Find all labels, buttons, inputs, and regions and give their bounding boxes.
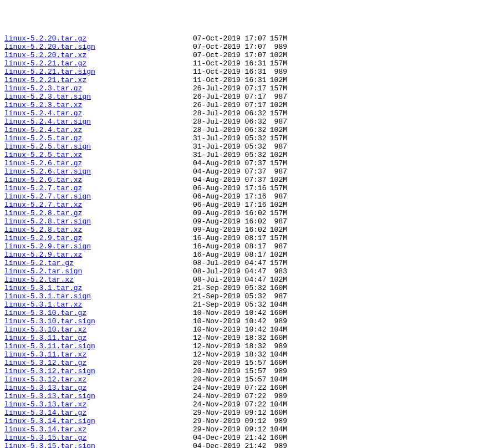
file-link[interactable]: linux-5.3.10.tar.xz xyxy=(4,325,86,334)
file-size: 160M xyxy=(259,359,287,367)
file-link[interactable]: linux-5.2.8.tar.sign xyxy=(4,217,91,226)
file-link[interactable]: linux-5.2.9.tar.sign xyxy=(4,242,91,251)
file-link[interactable]: linux-5.2.5.tar.gz xyxy=(4,134,82,142)
file-row: linux-5.3.12.tar.sign20-Nov-2019 15:5798… xyxy=(4,367,496,375)
file-row: linux-5.2.3.tar.sign26-Jul-2019 07:17987 xyxy=(4,93,496,101)
file-name-cell: linux-5.2.9.tar.sign xyxy=(4,242,193,251)
file-date: 09-Aug-2019 16:02 xyxy=(193,217,259,226)
file-link[interactable]: linux-5.2.21.tar.xz xyxy=(4,76,86,84)
file-link[interactable]: linux-5.2.5.tar.xz xyxy=(4,151,82,159)
file-link[interactable]: linux-5.2.3.tar.xz xyxy=(4,101,82,109)
file-size: 160M xyxy=(259,309,287,317)
file-name-cell: linux-5.2.4.tar.xz xyxy=(4,126,193,134)
file-link[interactable]: linux-5.3.12.tar.gz xyxy=(4,359,86,367)
file-date: 28-Jul-2019 06:32 xyxy=(193,126,259,134)
file-name-cell: linux-5.3.12.tar.sign xyxy=(4,367,193,375)
file-link[interactable]: linux-5.3.14.tar.sign xyxy=(4,417,95,425)
file-name-cell: linux-5.3.13.tar.sign xyxy=(4,392,193,400)
file-link[interactable]: linux-5.3.11.tar.xz xyxy=(4,350,86,359)
file-name-cell: linux-5.3.13.tar.gz xyxy=(4,384,193,392)
file-link[interactable]: linux-5.3.15.tar.sign xyxy=(4,442,95,448)
file-link[interactable]: linux-5.2.6.tar.sign xyxy=(4,167,91,176)
file-row: linux-5.3.13.tar.xz24-Nov-2019 07:22104M xyxy=(4,400,496,409)
file-name-cell: linux-5.3.14.tar.gz xyxy=(4,409,193,417)
file-link[interactable]: linux-5.2.tar.sign xyxy=(4,267,82,276)
file-link[interactable]: linux-5.2.20.tar.sign xyxy=(4,43,95,51)
file-size: 102M xyxy=(259,226,287,234)
file-link[interactable]: linux-5.2.7.tar.sign xyxy=(4,192,91,201)
file-size: 102M xyxy=(259,51,287,59)
file-link[interactable]: linux-5.2.20.tar.gz xyxy=(4,34,86,43)
file-date: 16-Aug-2019 08:17 xyxy=(193,242,259,251)
file-row: linux-5.3.12.tar.xz20-Nov-2019 15:57104M xyxy=(4,375,496,384)
file-link[interactable]: linux-5.2.7.tar.gz xyxy=(4,184,82,192)
file-link[interactable]: linux-5.2.4.tar.xz xyxy=(4,126,82,134)
file-size: 989 xyxy=(259,392,287,400)
file-link[interactable]: linux-5.2.3.tar.gz xyxy=(4,84,82,93)
file-link[interactable]: linux-5.3.10.tar.gz xyxy=(4,309,86,317)
file-link[interactable]: linux-5.2.4.tar.gz xyxy=(4,109,82,118)
file-date: 07-Oct-2019 17:07 xyxy=(193,34,259,43)
file-row: linux-5.2.5.tar.sign31-Jul-2019 05:32987 xyxy=(4,142,496,151)
file-size: 157M xyxy=(259,34,287,43)
file-link[interactable]: linux-5.2.4.tar.sign xyxy=(4,118,91,126)
file-link[interactable]: linux-5.2.tar.xz xyxy=(4,276,74,284)
file-link[interactable]: linux-5.3.12.tar.sign xyxy=(4,367,95,375)
file-date: 31-Jul-2019 05:32 xyxy=(193,142,259,151)
file-size: 987 xyxy=(259,242,287,251)
file-name-cell: linux-5.3.1.tar.xz xyxy=(4,301,193,309)
file-size: 104M xyxy=(259,350,287,359)
file-date: 12-Nov-2019 18:32 xyxy=(193,342,259,350)
file-name-cell: linux-5.2.5.tar.gz xyxy=(4,134,193,142)
file-name-cell: linux-5.2.21.tar.gz xyxy=(4,59,193,68)
file-link[interactable]: linux-5.3.13.tar.gz xyxy=(4,384,86,392)
file-link[interactable]: linux-5.3.12.tar.xz xyxy=(4,375,86,384)
file-date: 08-Jul-2019 04:47 xyxy=(193,276,259,284)
file-name-cell: linux-5.3.11.tar.sign xyxy=(4,342,193,350)
file-link[interactable]: linux-5.2.7.tar.xz xyxy=(4,201,82,209)
file-link[interactable]: linux-5.3.1.tar.sign xyxy=(4,292,91,301)
file-row: linux-5.3.11.tar.gz12-Nov-2019 18:32160M xyxy=(4,334,496,342)
file-link[interactable]: linux-5.2.tar.gz xyxy=(4,259,74,267)
file-row: linux-5.3.13.tar.sign24-Nov-2019 07:2298… xyxy=(4,392,496,400)
file-link[interactable]: linux-5.3.1.tar.xz xyxy=(4,301,82,309)
file-size: 104M xyxy=(259,425,287,434)
file-link[interactable]: linux-5.2.21.tar.gz xyxy=(4,59,86,68)
file-link[interactable]: linux-5.3.10.tar.sign xyxy=(4,317,95,325)
file-row: linux-5.2.7.tar.gz06-Aug-2019 17:16157M xyxy=(4,184,496,192)
file-name-cell: linux-5.2.7.tar.xz xyxy=(4,201,193,209)
file-link[interactable]: linux-5.2.3.tar.sign xyxy=(4,93,91,101)
file-link[interactable]: linux-5.3.11.tar.sign xyxy=(4,342,95,350)
file-name-cell: linux-5.2.21.tar.sign xyxy=(4,68,193,76)
file-link[interactable]: linux-5.2.20.tar.xz xyxy=(4,51,86,59)
file-link[interactable]: linux-5.2.21.tar.sign xyxy=(4,68,95,76)
file-date: 04-Dec-2019 21:42 xyxy=(193,442,259,448)
file-row: linux-5.2.8.tar.gz09-Aug-2019 16:02157M xyxy=(4,209,496,217)
file-link[interactable]: linux-5.2.9.tar.gz xyxy=(4,234,82,242)
file-link[interactable]: linux-5.3.13.tar.sign xyxy=(4,392,95,400)
file-name-cell: linux-5.2.6.tar.sign xyxy=(4,167,193,176)
file-size: 102M xyxy=(259,151,287,159)
file-link[interactable]: linux-5.2.6.tar.gz xyxy=(4,159,82,167)
file-date: 08-Jul-2019 04:47 xyxy=(193,259,259,267)
file-size: 157M xyxy=(259,209,287,217)
file-link[interactable]: linux-5.3.14.tar.xz xyxy=(4,425,86,434)
file-link[interactable]: linux-5.3.14.tar.gz xyxy=(4,409,86,417)
file-date: 04-Aug-2019 07:37 xyxy=(193,167,259,176)
file-date: 29-Nov-2019 09:12 xyxy=(193,409,259,417)
file-name-cell: linux-5.2.4.tar.sign xyxy=(4,118,193,126)
file-size: 987 xyxy=(259,167,287,176)
file-link[interactable]: linux-5.2.8.tar.xz xyxy=(4,226,82,234)
file-link[interactable]: linux-5.2.6.tar.xz xyxy=(4,176,82,184)
file-row: linux-5.2.5.tar.xz31-Jul-2019 05:32102M xyxy=(4,151,496,159)
file-row: linux-5.2.4.tar.gz28-Jul-2019 06:32157M xyxy=(4,109,496,118)
file-date: 20-Nov-2019 15:57 xyxy=(193,375,259,384)
file-row: linux-5.3.1.tar.xz21-Sep-2019 05:32104M xyxy=(4,301,496,309)
file-link[interactable]: linux-5.3.1.tar.gz xyxy=(4,284,82,292)
file-link[interactable]: linux-5.2.5.tar.sign xyxy=(4,142,91,151)
file-link[interactable]: linux-5.2.9.tar.xz xyxy=(4,251,82,259)
file-link[interactable]: linux-5.2.8.tar.gz xyxy=(4,209,82,217)
file-link[interactable]: linux-5.3.13.tar.xz xyxy=(4,400,86,409)
file-link[interactable]: linux-5.3.15.tar.gz xyxy=(4,434,86,442)
file-link[interactable]: linux-5.3.11.tar.gz xyxy=(4,334,86,342)
